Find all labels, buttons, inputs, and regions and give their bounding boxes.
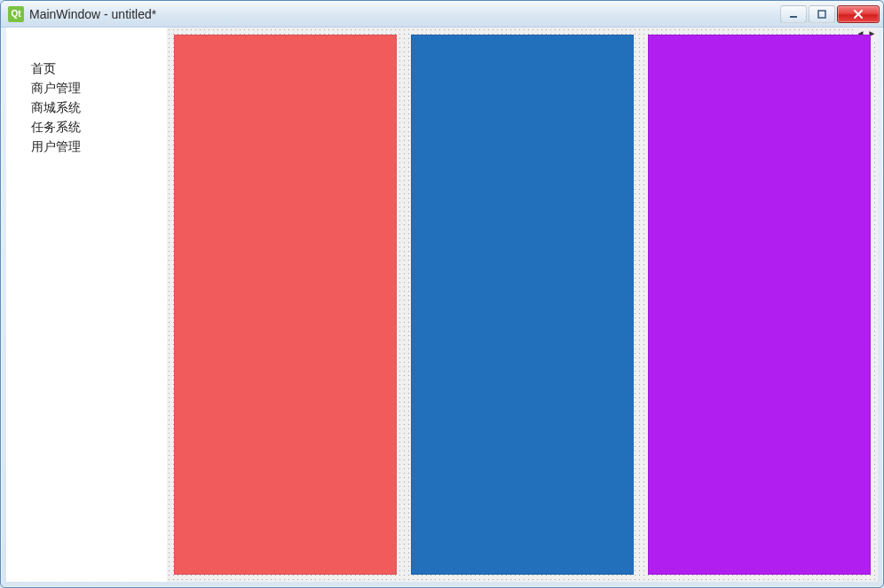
minimize-icon bbox=[788, 9, 799, 20]
sidebar-item-user[interactable]: 用户管理 bbox=[31, 137, 167, 156]
panel-3[interactable] bbox=[648, 35, 871, 575]
svg-rect-0 bbox=[790, 16, 797, 18]
designer-canvas[interactable]: ◄ ► bbox=[167, 27, 878, 582]
sidebar-item-merchant[interactable]: 商户管理 bbox=[31, 78, 167, 98]
close-button[interactable] bbox=[837, 5, 880, 23]
maximize-button[interactable] bbox=[809, 5, 835, 23]
minimize-button[interactable] bbox=[780, 5, 807, 23]
sidebar: 首页 商户管理 商城系统 任务系统 用户管理 bbox=[6, 27, 167, 582]
main-window: Qt MainWindow - untitled* 首页 bbox=[0, 0, 884, 588]
titlebar[interactable]: Qt MainWindow - untitled* bbox=[1, 1, 883, 27]
qt-icon-label: Qt bbox=[11, 10, 20, 19]
sidebar-item-mall[interactable]: 商城系统 bbox=[31, 98, 167, 117]
panel-1[interactable] bbox=[174, 35, 397, 575]
window-title: MainWindow - untitled* bbox=[29, 7, 780, 21]
panel-2[interactable] bbox=[411, 35, 634, 575]
svg-rect-1 bbox=[818, 11, 825, 18]
window-controls bbox=[780, 5, 880, 23]
qt-app-icon: Qt bbox=[8, 6, 24, 22]
tab-panels-row bbox=[174, 35, 871, 575]
close-icon bbox=[852, 9, 864, 20]
sidebar-item-task[interactable]: 任务系统 bbox=[31, 117, 167, 137]
client-area: 首页 商户管理 商城系统 任务系统 用户管理 ◄ ► bbox=[6, 27, 878, 582]
maximize-icon bbox=[817, 9, 827, 20]
sidebar-item-home[interactable]: 首页 bbox=[31, 59, 167, 78]
